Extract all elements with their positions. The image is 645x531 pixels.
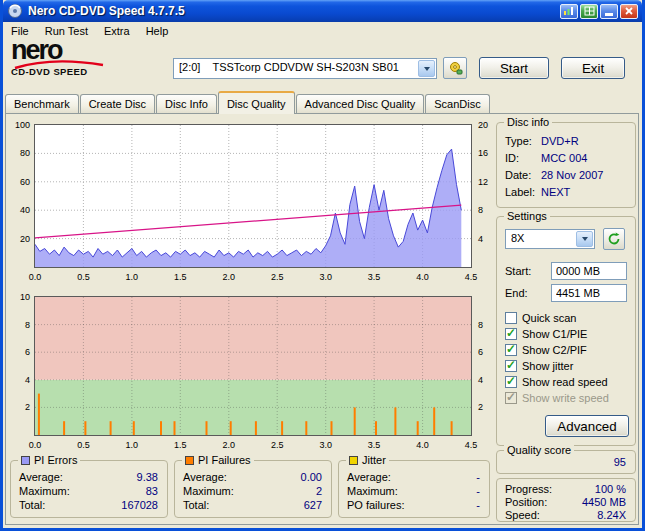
window-title: Nero CD-DVD Speed 4.7.7.5	[28, 4, 558, 18]
checkbox-label: Show write speed	[522, 392, 609, 404]
jitter-stats-box: Jitter Average:- Maximum:- PO failures:-	[338, 460, 490, 518]
stat-row: Average:-	[347, 471, 480, 484]
speed-select-value: 8X	[506, 230, 575, 248]
nero-logo-swoosh	[13, 58, 105, 72]
quality-score-box: Quality score 95	[496, 450, 636, 474]
tab-scandisc[interactable]: ScanDisc	[425, 94, 489, 113]
menu-extra[interactable]: Extra	[96, 24, 138, 38]
checkbox-box	[505, 328, 517, 340]
stat-row: Average:9.38	[19, 471, 158, 484]
stat-label: PO failures:	[347, 499, 404, 511]
app-window: Nero CD-DVD Speed 4.7.7.5 File Run Test …	[0, 0, 645, 531]
checkbox-label: Show jitter	[522, 360, 573, 372]
pi-errors-chart: 10080604020201612840.00.51.01.52.02.53.0…	[10, 118, 492, 288]
axis-tick: 4	[478, 375, 496, 385]
speed-select-arrow[interactable]	[576, 231, 593, 247]
status-label: Progress:	[505, 483, 552, 495]
stat-label: Average:	[347, 471, 391, 483]
checkbox-show-read-speed[interactable]: Show read speed	[505, 375, 608, 389]
close-button[interactable]	[620, 4, 638, 19]
checkbox-show-c1-pie[interactable]: Show C1/PIE	[505, 327, 587, 341]
refresh-button[interactable]	[603, 228, 625, 250]
axis-tick: 2.5	[267, 272, 287, 282]
checkbox-quick-scan[interactable]: Quick scan	[505, 311, 576, 325]
checkbox-box	[505, 344, 517, 356]
start-button[interactable]: Start	[479, 57, 549, 79]
pi-failures-stats-box: PI Failures Average:0.00 Maximum:2 Total…	[174, 460, 332, 518]
pi-errors-plot	[34, 124, 472, 268]
status-label: Speed:	[505, 509, 540, 521]
axis-tick: 40	[10, 205, 30, 215]
axis-tick: 1.5	[170, 272, 190, 282]
disc-info-row: Date:28 Nov 2007	[505, 169, 629, 182]
checkbox-label: Show C1/PIE	[522, 328, 587, 340]
axis-tick: 4.0	[413, 272, 433, 282]
pi-errors-stats-title: PI Errors	[34, 454, 77, 466]
tab-create-disc[interactable]: Create Disc	[80, 94, 155, 113]
axis-tick: 6	[478, 347, 496, 357]
axis-tick: 3.0	[316, 272, 336, 282]
checkbox-show-c2-pif[interactable]: Show C2/PIF	[505, 343, 587, 357]
disc-info-box: Disc info Type:DVD+R ID:MCC 004 Date:28 …	[496, 122, 636, 208]
axis-tick: 0.5	[73, 440, 93, 450]
axis-tick: 1.5	[170, 440, 190, 450]
pi-failures-stats-title: PI Failures	[198, 454, 251, 466]
axis-tick: 2.0	[219, 440, 239, 450]
stat-value: 627	[304, 499, 322, 511]
checkbox-label: Show C2/PIF	[522, 344, 587, 356]
tab-disc-info[interactable]: Disc Info	[156, 94, 217, 113]
pi-failures-legend-swatch	[185, 456, 194, 465]
speed-select[interactable]: 8X	[505, 229, 595, 249]
axis-tick: 2	[10, 402, 30, 412]
disc-info-row: Label:NEXT	[505, 186, 629, 199]
axis-tick: 8	[10, 320, 30, 330]
info-value: NEXT	[541, 186, 570, 198]
content-area: 10080604020201612840.00.51.01.52.02.53.0…	[5, 113, 639, 525]
start-mb-input[interactable]	[551, 262, 627, 280]
axis-tick: 60	[10, 177, 30, 187]
stat-value: -	[476, 499, 480, 511]
axis-tick: 3.5	[364, 440, 384, 450]
checkbox-show-jitter[interactable]: Show jitter	[505, 359, 573, 373]
advanced-button[interactable]: Advanced	[545, 415, 629, 437]
checkbox-box	[505, 376, 517, 388]
minimize-button[interactable]	[600, 4, 618, 19]
axis-tick: 4.0	[413, 440, 433, 450]
status-value: 4450 MB	[582, 496, 626, 508]
pi-errors-stats-box: PI Errors Average:9.38 Maximum:83 Total:…	[10, 460, 168, 518]
end-mb-input[interactable]	[551, 284, 627, 302]
tab-benchmark[interactable]: Benchmark	[5, 94, 79, 113]
checkbox-box	[505, 392, 517, 404]
checkbox-show-write-speed[interactable]: Show write speed	[505, 391, 609, 405]
drive-action-button[interactable]	[443, 57, 467, 79]
refresh-icon	[607, 232, 621, 246]
axis-tick: 2	[478, 402, 496, 412]
axis-tick: 3.0	[316, 440, 336, 450]
title-tool-button-grid[interactable]	[580, 4, 598, 19]
stat-label: Maximum:	[19, 485, 70, 497]
axis-tick: 6	[10, 347, 30, 357]
status-row: Speed:8.24X	[505, 509, 626, 522]
status-value: 100 %	[595, 483, 626, 495]
titlebar[interactable]: Nero CD-DVD Speed 4.7.7.5	[3, 0, 642, 22]
axis-tick: 4.5	[461, 272, 481, 282]
exit-button[interactable]: Exit	[561, 57, 625, 79]
disc-info-row: Type:DVD+R	[505, 135, 629, 148]
title-tool-button-chart[interactable]	[560, 4, 578, 19]
checkbox-label: Quick scan	[522, 312, 576, 324]
quality-score-value: 95	[614, 456, 626, 468]
tab-disc-quality[interactable]: Disc Quality	[218, 91, 295, 114]
drive-select-value: [2:0] TSSTcorp CDDVDW SH-S203N SB01	[174, 59, 417, 78]
drive-select-arrow[interactable]	[418, 60, 435, 77]
status-row: Progress:100 %	[505, 483, 626, 496]
jitter-legend-swatch	[349, 456, 358, 465]
menu-help[interactable]: Help	[138, 24, 177, 38]
info-label: Label:	[505, 186, 535, 198]
status-value: 8.24X	[597, 509, 626, 521]
tab-advanced-disc-quality[interactable]: Advanced Disc Quality	[296, 94, 425, 113]
app-icon	[7, 3, 23, 19]
pi-failures-chart: 10864286420.00.51.01.52.02.53.03.54.04.5	[10, 290, 492, 458]
axis-tick: 1.0	[122, 272, 142, 282]
stat-value: -	[476, 485, 480, 497]
drive-select[interactable]: [2:0] TSSTcorp CDDVDW SH-S203N SB01	[173, 58, 437, 79]
